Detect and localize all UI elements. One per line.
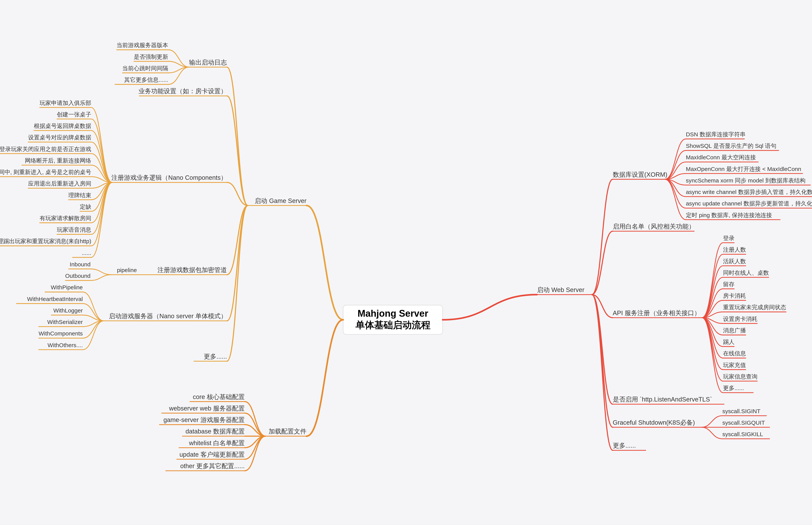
node-WithOthers....: WithOthers.... [48, 342, 83, 348]
node-syscall.SIGQUIT: syscall.SIGQUIT [722, 420, 765, 426]
mindmap-canvas: Mahjong Server单体基础启动流程启动 Web Server数据库设置… [0, 0, 812, 524]
connector [702, 318, 723, 393]
node-是否启用 `http.ListenAndServeTLS`: 是否启用 `http.ListenAndServeTLS` [613, 396, 712, 403]
connector [307, 206, 343, 320]
connector [702, 318, 723, 358]
node-syscall.SIGINT: syscall.SIGINT [722, 408, 760, 414]
node-活跃人数: 活跃人数 [723, 258, 746, 265]
node-房卡消耗: 房卡消耗 [723, 292, 746, 299]
connector [592, 179, 613, 295]
node-同时在线人、桌数: 同时在线人、桌数 [723, 270, 769, 276]
connector [665, 150, 686, 179]
node-DSN 数据库连接字符串: DSN 数据库连接字符串 [686, 131, 746, 137]
connector [443, 295, 537, 320]
connector [307, 320, 343, 436]
node-检查登录玩家关闭应用之前是否正在游戏: 检查登录玩家关闭应用之前是否正在游戏 [0, 146, 91, 152]
node-消息广播: 消息广播 [723, 327, 746, 333]
node-更多......: 更多...... [204, 353, 227, 360]
node-Graceful Shutdown(K8S必备): Graceful Shutdown(K8S必备) [613, 419, 695, 426]
connector [91, 275, 111, 281]
node-启动 Web Server: 启动 Web Server [537, 286, 584, 293]
connector [83, 321, 104, 350]
node-在线信息: 在线信息 [723, 350, 746, 357]
node-whitelist 白名单配置: whitelist 白名单配置 [189, 439, 245, 447]
connector [701, 416, 722, 427]
node-other 更多其它配置......: other 更多其它配置...... [180, 462, 245, 469]
root-title-1: Mahjong Server [358, 308, 428, 319]
node-设置桌号对应的牌桌数据: 设置桌号对应的牌桌数据 [28, 134, 91, 140]
node-玩家信息查询: 玩家信息查询 [723, 373, 758, 380]
node-async update channel 数据异步更新管道，持久化数据: async update channel 数据异步更新管道，持久化数据 [686, 200, 812, 207]
node-数据库设置(XORM): 数据库设置(XORM) [613, 171, 667, 178]
connector [592, 295, 613, 450]
node-当前心跳时间间隔: 当前心跳时间间隔 [122, 65, 168, 71]
node-玩家申请加入俱乐部: 玩家申请加入俱乐部 [40, 100, 91, 106]
node-ShowSQL 是否显示生产的 Sql 语句: ShowSQL 是否显示生产的 Sql 语句 [686, 142, 777, 149]
node-留存: 留存 [723, 281, 734, 287]
node-创建一张桌子: 创建一张桌子 [57, 111, 91, 118]
node-当前游戏服务器版本: 当前游戏服务器版本 [116, 42, 168, 48]
node-syncSchema xorm 同步 model 到数据库表结构: syncSchema xorm 同步 model 到数据库表结构 [686, 177, 806, 184]
node-加载配置文件: 加载配置文件 [269, 428, 307, 435]
node-注册游戏数据包加密管道: 注册游戏数据包加密管道 [157, 266, 227, 273]
connector [665, 139, 686, 179]
connector [702, 254, 723, 318]
node-启用白名单（风控相关功能）: 启用白名单（风控相关功能） [613, 223, 695, 230]
node-网络断开后, 如果ReConnect后发现当前正在房间中, 则重新进入, 桌号是之前的桌号: 网络断开后, 如果ReConnect后发现当前正在房间中, 则重新进入, 桌号是… [0, 169, 91, 175]
connector [702, 243, 723, 318]
node-是否强制更新: 是否强制更新 [134, 54, 168, 60]
root-title-2: 单体基础启动流程 [355, 319, 431, 330]
connector [701, 427, 722, 439]
connector [227, 206, 248, 361]
node-MaxOpenConn 最大打开连接 < MaxIdleConn: MaxOpenConn 最大打开连接 < MaxIdleConn [686, 166, 801, 172]
node-WithHeartbeatInterval: WithHeartbeatInterval [27, 296, 83, 302]
node-......: ...... [82, 250, 91, 256]
connector [702, 318, 723, 370]
node-注册游戏业务逻辑（Nano Components）: 注册游戏业务逻辑（Nano Components） [111, 174, 227, 181]
connector [91, 182, 112, 246]
connector [227, 96, 248, 206]
node-Outbound: Outbound [65, 273, 91, 279]
connector [592, 295, 613, 404]
node-定时 ping 数据库, 保持连接池连接: 定时 ping 数据库, 保持连接池连接 [686, 212, 772, 218]
node-启动游戏服务器（Nano server 单体模式）: 启动游戏服务器（Nano server 单体模式） [109, 313, 227, 319]
connector [702, 277, 723, 318]
node-理牌结束: 理牌结束 [68, 192, 91, 198]
node-玩家充值: 玩家充值 [723, 362, 746, 368]
node-更多......: 更多...... [723, 385, 744, 391]
node-登录: 登录 [723, 235, 734, 241]
connector [91, 119, 112, 182]
node-MaxIdleConn 最大空闲连接: MaxIdleConn 最大空闲连接 [686, 154, 756, 161]
node-WithLogger: WithLogger [53, 307, 83, 314]
node-网络断开后, 重新连接网络: 网络断开后, 重新连接网络 [25, 158, 91, 164]
node-WithComponents: WithComponents [38, 330, 83, 336]
connector [91, 269, 111, 275]
node-webserver  web 服务器配置: webserver web 服务器配置 [169, 405, 245, 412]
node-设置房卡消耗: 设置房卡消耗 [723, 316, 758, 322]
node-game-server 游戏服务器配置: game-server 游戏服务器配置 [163, 416, 245, 423]
connector [91, 182, 112, 257]
connector [91, 107, 112, 182]
node-根据桌号返回牌桌数据: 根据桌号返回牌桌数据 [34, 123, 91, 129]
connector [91, 142, 112, 182]
node-API 服务注册（业务相关接口）: API 服务注册（业务相关接口） [613, 310, 701, 316]
connector [702, 266, 723, 318]
node-定缺: 定缺 [80, 204, 91, 210]
node-update 客户端更新配置: update 客户端更新配置 [179, 451, 245, 458]
node-WithPipeline: WithPipeline [51, 284, 83, 290]
node-应用退出后重新进入房间: 应用退出后重新进入房间 [28, 180, 91, 187]
connector [702, 318, 723, 381]
node-处理踢出玩家和重置玩家消息(来自http): 处理踢出玩家和重置玩家消息(来自http) [0, 238, 91, 244]
connector [91, 182, 112, 234]
connector [91, 131, 112, 182]
node-async write channel 数据异步插入管道，持久化数据: async write channel 数据异步插入管道，持久化数据 [686, 189, 812, 195]
node-database 数据库配置: database 数据库配置 [185, 428, 245, 435]
connector [91, 182, 112, 223]
node-踢人: 踢人 [723, 339, 734, 345]
node-重置玩家未完成房间状态: 重置玩家未完成房间状态 [723, 304, 786, 310]
node-输出启动日志: 输出启动日志 [189, 59, 227, 66]
node-注册人数: 注册人数 [723, 246, 746, 253]
connector [592, 295, 613, 427]
connector [665, 179, 686, 208]
connector [227, 67, 248, 206]
